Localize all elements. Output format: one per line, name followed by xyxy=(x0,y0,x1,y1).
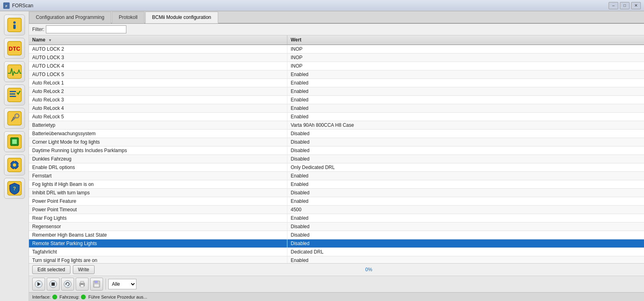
table-header-row: Name ▼ Wert xyxy=(29,35,644,45)
sidebar-dtc-button[interactable]: DTC xyxy=(4,38,25,59)
row-name: AUTO LOCK 4 xyxy=(29,62,287,70)
row-wert: Enabled xyxy=(287,87,644,96)
save-button[interactable] xyxy=(90,278,103,291)
table-row[interactable]: Remember High Beams Last StateDisabled xyxy=(29,231,644,239)
row-wert: Disabled xyxy=(287,138,644,146)
row-name: Corner Light Mode for fog lights xyxy=(29,138,287,146)
content-area: Configuration and Programming Protokoll … xyxy=(29,11,644,301)
row-name: Daytime Running Lights Includes Parklamp… xyxy=(29,146,287,155)
fahrzeug-indicator xyxy=(81,295,86,299)
table-row[interactable]: AUTO LOCK 5Enabled xyxy=(29,70,644,79)
svg-rect-8 xyxy=(8,88,21,102)
table-row[interactable]: AUTO LOCK 2INOP xyxy=(29,45,644,54)
sidebar-tools-button[interactable] xyxy=(4,108,25,129)
table-row[interactable]: Enable DRL optionsOnly Dedicated DRL xyxy=(29,163,644,172)
column-wert: Wert xyxy=(287,35,644,45)
table-row[interactable]: TagfahrlichtDedicated DRL xyxy=(29,248,644,256)
maximize-button[interactable]: □ xyxy=(620,2,630,9)
row-wert: Enabled xyxy=(287,96,644,104)
toolbar-separator xyxy=(105,278,106,290)
row-wert: Enabled xyxy=(287,70,644,79)
table-row[interactable]: RegensensorDisabled xyxy=(29,223,644,231)
interface-indicator xyxy=(52,295,57,299)
row-name: Power Point Timeout xyxy=(29,206,287,214)
row-wert: Enabled xyxy=(287,104,644,113)
column-name[interactable]: Name ▼ xyxy=(29,35,287,45)
table-row[interactable]: Auto ReLock 3Enabled xyxy=(29,96,644,104)
bottom-action-bar: Edit selected Write 0% xyxy=(29,263,644,276)
sidebar-chip-button[interactable] xyxy=(4,131,25,152)
table-row[interactable]: Auto ReLock 1Enabled xyxy=(29,79,644,87)
table-row[interactable]: Auto ReLock 4Enabled xyxy=(29,104,644,113)
table-row[interactable]: FernstartEnabled xyxy=(29,172,644,180)
print-button[interactable] xyxy=(76,278,89,291)
row-name: Dunkles Fahrzeug xyxy=(29,155,287,163)
filter-select[interactable]: Alle Fehler OK xyxy=(108,279,136,289)
svg-rect-30 xyxy=(52,282,55,286)
minimize-button[interactable]: – xyxy=(609,2,618,9)
config-table: Name ▼ Wert AUTO LOCK 2INOPAUTO LOCK 3IN… xyxy=(29,35,644,263)
svg-text:F: F xyxy=(6,4,8,8)
table-row[interactable]: Power Point Timeout4500 xyxy=(29,206,644,214)
row-name: Remote Starter Parking Lights xyxy=(29,239,287,248)
row-name: Turn signal If Fog lights are on xyxy=(29,256,287,264)
row-name: AUTO LOCK 3 xyxy=(29,54,287,62)
svg-rect-34 xyxy=(80,281,84,283)
svg-rect-17 xyxy=(12,139,17,144)
row-name: Batterietyp xyxy=(29,121,287,130)
table-row[interactable]: Turn signal If Fog lights are onEnabled xyxy=(29,256,644,264)
row-wert: INOP xyxy=(287,62,644,70)
title-bar: F FORScan – □ ✕ xyxy=(0,0,644,11)
svg-point-31 xyxy=(64,280,71,288)
svg-rect-4 xyxy=(13,25,16,29)
svg-rect-38 xyxy=(95,281,97,283)
table-row[interactable]: Daytime Running Lights Includes Parklamp… xyxy=(29,146,644,155)
table-row[interactable]: Remote Starter Parking LightsDisabled xyxy=(29,239,644,248)
table-row[interactable]: AUTO LOCK 3INOP xyxy=(29,54,644,62)
edit-selected-button[interactable]: Edit selected xyxy=(32,265,70,274)
table-row[interactable]: BatterieüberwachungssystemDisabled xyxy=(29,130,644,138)
table-body: AUTO LOCK 2INOPAUTO LOCK 3INOPAUTO LOCK … xyxy=(29,45,644,263)
table-row[interactable]: AUTO LOCK 4INOP xyxy=(29,62,644,70)
sidebar-checklist-button[interactable] xyxy=(4,85,25,105)
table-row[interactable]: Corner Light Mode for fog lightsDisabled xyxy=(29,138,644,146)
sidebar-gear-button[interactable] xyxy=(4,155,25,175)
table-row[interactable]: Rear Fog LightsEnabled xyxy=(29,214,644,223)
filter-input[interactable] xyxy=(46,25,126,33)
main-layout: DTC xyxy=(0,11,644,301)
sidebar-shield-button[interactable]: ? xyxy=(4,178,25,199)
refresh-button[interactable] xyxy=(61,278,74,291)
table-row[interactable]: Inhibit DRL with turn lampsDisabled xyxy=(29,189,644,197)
table-row[interactable]: Dunkles FahrzeugDisabled xyxy=(29,155,644,163)
svg-rect-39 xyxy=(94,284,99,287)
table-row[interactable]: BatterietypVarta 90Ah 800CCA H8 Case xyxy=(29,121,644,130)
svg-point-3 xyxy=(13,21,16,24)
row-wert: Enabled xyxy=(287,197,644,206)
row-name: Enable DRL options xyxy=(29,163,287,172)
table-row[interactable]: Auto ReLock 2Enabled xyxy=(29,87,644,96)
table-row[interactable]: Auto ReLock 5Enabled xyxy=(29,113,644,121)
row-name: Auto ReLock 3 xyxy=(29,96,287,104)
write-button[interactable]: Write xyxy=(73,265,95,274)
tab-config[interactable]: Configuration and Programming xyxy=(29,12,111,23)
table-row[interactable]: Power Point FeatureEnabled xyxy=(29,197,644,206)
row-wert: INOP xyxy=(287,54,644,62)
row-wert: Disabled xyxy=(287,231,644,239)
sort-icon: ▼ xyxy=(48,38,52,42)
tabs-bar: Configuration and Programming Protokoll … xyxy=(29,11,644,24)
close-button[interactable]: ✕ xyxy=(631,2,641,9)
stop-button[interactable] xyxy=(47,278,60,291)
title-bar-left: F FORScan xyxy=(3,2,33,9)
row-wert: Varta 90Ah 800CCA H8 Case xyxy=(287,121,644,130)
row-wert: Dedicated DRL xyxy=(287,248,644,256)
play-button[interactable] xyxy=(32,278,45,291)
tab-protokoll[interactable]: Protokoll xyxy=(112,12,144,23)
tab-bcmii[interactable]: BCMii Module configuration xyxy=(145,12,218,23)
row-name: Fernstart xyxy=(29,172,287,180)
sidebar-oscilloscope-button[interactable] xyxy=(4,61,25,82)
svg-rect-9 xyxy=(10,91,16,92)
status-bar: Interface: Fahrzeug: Führe Service Proze… xyxy=(29,292,644,301)
sidebar-info-button[interactable] xyxy=(4,14,25,35)
table-row[interactable]: Fog lights if High Beam is onEnabled xyxy=(29,180,644,189)
table-container[interactable]: Name ▼ Wert AUTO LOCK 2INOPAUTO LOCK 3IN… xyxy=(29,35,644,263)
